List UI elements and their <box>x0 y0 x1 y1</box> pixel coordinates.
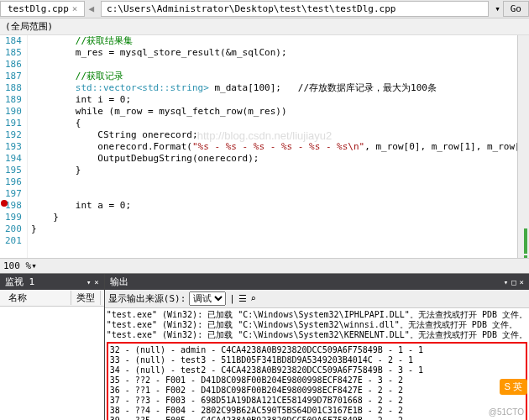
col-name[interactable]: 名称 <box>3 291 71 305</box>
pin-icon[interactable]: ▾ <box>504 278 508 286</box>
output-line: "test.exe" (Win32): 已加载 "C:\Windows\Syst… <box>107 310 527 320</box>
watch-header: 名称 类型 <box>0 290 104 307</box>
blog-watermark: @51CTO <box>489 407 524 417</box>
col-type[interactable]: 类型 <box>71 291 101 305</box>
zoom-level[interactable]: 100 % <box>3 260 31 271</box>
maximize-icon[interactable]: □ <box>511 278 516 286</box>
output-line: 35 - ??2 - F001 - D41D8C098F00B204E98009… <box>110 375 524 386</box>
code-editor[interactable]: 1841851861871881891901911921931941951961… <box>0 35 529 258</box>
top-toolbar: testDlg.cpp × ◀ c:\Users\Administrator\D… <box>0 0 529 18</box>
watermark: http://blog.csdn.net/liujiayu2 <box>197 129 332 142</box>
output-line: 36 - ??1 - F002 - D41D8C098F00B204E98009… <box>110 386 524 396</box>
clear-icon[interactable]: ☰ <box>238 293 247 304</box>
output-panel: 输出 ▾□× 显示输出来源(S): 调试 | ☰ ⌕ "test.exe" (W… <box>105 274 529 420</box>
go-button[interactable]: Go <box>503 1 529 17</box>
watch-body[interactable] <box>0 307 104 420</box>
toolbar-sep: | <box>229 293 235 304</box>
output-line: 34 - (null) - test2 - C4CA4238A0B923820D… <box>110 365 524 375</box>
ime-badge[interactable]: S 英 <box>500 379 527 395</box>
close-icon[interactable]: × <box>520 278 524 286</box>
vertical-scrollbar[interactable] <box>517 35 529 258</box>
dropdown-icon[interactable]: ▾ <box>31 260 37 271</box>
output-line: "test.exe" (Win32): 已加载 "C:\Windows\Syst… <box>107 320 527 330</box>
close-icon[interactable]: × <box>72 3 78 14</box>
find-icon[interactable]: ⌕ <box>250 293 256 304</box>
output-line: "test.exe" (Win32): 已加载 "C:\Windows\Syst… <box>107 330 527 340</box>
output-title-bar[interactable]: 输出 ▾□× <box>105 274 529 290</box>
output-line: 32 - (null) - admin - C4CA4238A0B923820D… <box>110 345 524 355</box>
file-tab[interactable]: testDlg.cpp × <box>0 1 85 17</box>
output-line: 33 - (null) - test3 - 511BD05F341BD8D9A5… <box>110 355 524 365</box>
line-gutter: 1841851861871881891901911921931941951961… <box>0 35 28 258</box>
bottom-panels: 监视 1 ▾× 名称 类型 输出 ▾□× 显示输出来源(S): 调试 | ☰ ⌕… <box>0 273 529 420</box>
scope-label: (全局范围) <box>5 21 53 32</box>
output-line: 39 - ??5 - F005 - C4CA4238A0B923820DCC50… <box>110 416 524 420</box>
pin-icon[interactable]: ▾ <box>86 278 91 286</box>
scope-bar[interactable]: (全局范围) <box>0 18 529 35</box>
breakpoint-icon[interactable] <box>1 200 8 207</box>
highlight-box: 32 - (null) - admin - C4CA4238A0B923820D… <box>107 342 527 420</box>
watch-panel: 监视 1 ▾× 名称 类型 <box>0 274 105 420</box>
dropdown-icon[interactable]: ▾ <box>492 3 503 14</box>
watch-title: 监视 1 <box>5 276 34 288</box>
output-source-select[interactable]: 调试 <box>189 291 226 306</box>
output-source-label: 显示输出来源(S): <box>108 292 186 305</box>
code-area[interactable]: //获取结果集 m_res = mysql_store_result(&m_sq… <box>28 35 517 258</box>
zoom-bar: 100 % ▾ <box>0 258 529 273</box>
output-toolbar: 显示输出来源(S): 调试 | ☰ ⌕ <box>105 290 529 308</box>
watch-title-bar[interactable]: 监视 1 ▾× <box>0 274 104 290</box>
output-line: 37 - ??3 - F003 - 698D51A19D8A121CE58149… <box>110 396 524 406</box>
nav-back-icon[interactable]: ◀ <box>85 3 97 14</box>
file-tab-label: testDlg.cpp <box>8 3 69 14</box>
path-input[interactable]: c:\Users\Administrator\Desktop\test\test… <box>101 1 489 17</box>
close-icon[interactable]: × <box>94 278 98 286</box>
output-line: 38 - ??4 - F004 - 2802C99B62AC590T5BS64D… <box>110 406 524 416</box>
main-area: 1841851861871881891901911921931941951961… <box>0 35 529 258</box>
output-body[interactable]: "test.exe" (Win32): 已加载 "C:\Windows\Syst… <box>105 308 529 420</box>
output-title: 输出 <box>110 276 128 288</box>
